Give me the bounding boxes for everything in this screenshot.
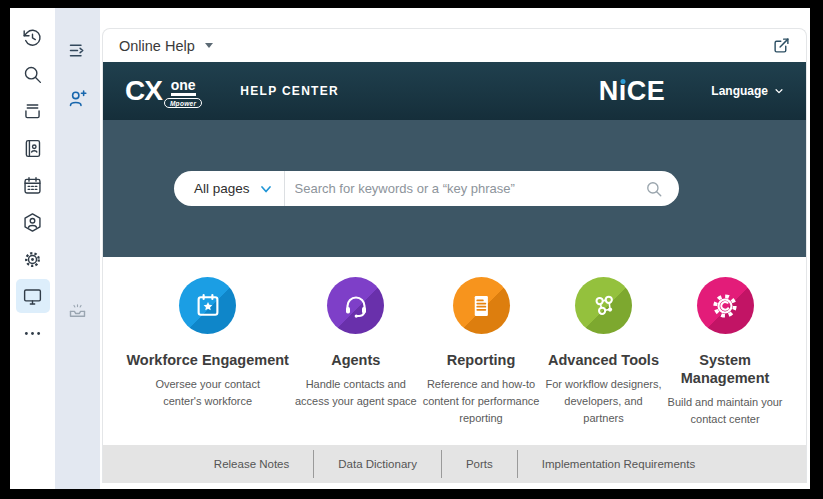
search-scope-dropdown[interactable]: All pages: [174, 181, 284, 196]
more-ellipsis-icon[interactable]: [16, 316, 50, 350]
category-description: Build and maintain yourcontact center: [668, 394, 783, 428]
page-title: Online Help: [119, 38, 195, 54]
footer-link-release-notes[interactable]: Release Notes: [190, 458, 313, 470]
add-person-icon[interactable]: [62, 82, 94, 114]
footer-links-bar: Release Notes Data Dictionary Ports Impl…: [103, 445, 806, 483]
secondary-rail: [55, 8, 100, 489]
panel-toggle-icon[interactable]: [62, 34, 94, 66]
history-icon[interactable]: [16, 20, 50, 54]
gear-wrench-icon: [697, 277, 754, 334]
address-book-icon[interactable]: [16, 131, 50, 165]
category-description: For workflow designers,developers, andpa…: [545, 376, 661, 427]
footer-link-ports[interactable]: Ports: [442, 458, 517, 470]
category-title: Agents: [331, 351, 380, 369]
chevron-down-icon: [260, 183, 272, 195]
help-center-label: HELP CENTER: [240, 84, 339, 98]
search-icon[interactable]: [16, 57, 50, 91]
left-icon-rail: [10, 8, 55, 489]
chevron-down-icon: [774, 86, 784, 96]
category-advanced-tools[interactable]: Advanced Tools For workflow designers,de…: [545, 277, 661, 427]
logo-mpower-badge: Mpower: [164, 98, 202, 108]
report-document-icon: [453, 277, 510, 334]
nice-logo[interactable]: NıCE: [599, 78, 666, 105]
nice-ce: CE: [627, 78, 666, 105]
headset-icon: [327, 277, 384, 334]
calendar-star-icon: [179, 277, 236, 334]
magnifier-icon[interactable]: [645, 180, 679, 198]
footer-link-implementation-requirements[interactable]: Implementation Requirements: [518, 458, 719, 470]
category-title: Advanced Tools: [548, 351, 659, 369]
cxone-mpower-logo[interactable]: CX one Mpower: [125, 76, 202, 106]
help-center-banner: CX one Mpower HELP CENTER NıCE Language: [103, 62, 806, 120]
logo-one-text: one: [171, 78, 196, 96]
app-window: Online Help CX one Mpower: [10, 8, 810, 489]
search-bar: All pages: [174, 171, 679, 206]
monitor-icon[interactable]: [16, 279, 50, 313]
panel-header: Online Help: [103, 29, 806, 62]
logo-cx-text: CX: [125, 77, 162, 105]
nice-i-dot: ı: [619, 78, 627, 105]
language-label: Language: [711, 84, 768, 98]
workflow-nodes-icon: [575, 277, 632, 334]
category-agents[interactable]: Agents Handle contacts andaccess your ag…: [295, 277, 417, 410]
nice-n: N: [599, 78, 619, 105]
user-badge-icon[interactable]: [16, 205, 50, 239]
category-title: Workforce Engagement: [126, 351, 289, 369]
help-panel: Online Help CX one Mpower: [102, 28, 807, 483]
printer-tray-icon[interactable]: [16, 94, 50, 128]
footer-link-data-dictionary[interactable]: Data Dictionary: [314, 458, 441, 470]
chevron-down-icon[interactable]: [205, 43, 213, 48]
gear-icon[interactable]: [16, 242, 50, 276]
category-system-management[interactable]: SystemManagement Build and maintain your…: [668, 277, 783, 428]
category-tiles: Workforce Engagement Oversee your contac…: [103, 257, 806, 445]
category-description: Reference and how-tocontent for performa…: [423, 376, 540, 427]
language-dropdown[interactable]: Language: [711, 84, 784, 98]
category-title: Reporting: [447, 351, 515, 369]
hero-section: All pages: [103, 120, 806, 257]
search-scope-label: All pages: [194, 181, 250, 196]
search-input[interactable]: [285, 181, 645, 196]
category-reporting[interactable]: Reporting Reference and how-tocontent fo…: [423, 277, 540, 427]
category-description: Handle contacts andaccess your agent spa…: [295, 376, 417, 410]
category-description: Oversee your contactcenter's workforce: [155, 376, 260, 410]
main-area: Online Help CX one Mpower: [100, 8, 810, 489]
calendar-icon[interactable]: [16, 168, 50, 202]
category-workforce-engagement[interactable]: Workforce Engagement Oversee your contac…: [126, 277, 289, 410]
inbox-icon[interactable]: [62, 294, 94, 326]
category-title: SystemManagement: [681, 351, 770, 387]
external-link-icon[interactable]: [773, 37, 790, 54]
